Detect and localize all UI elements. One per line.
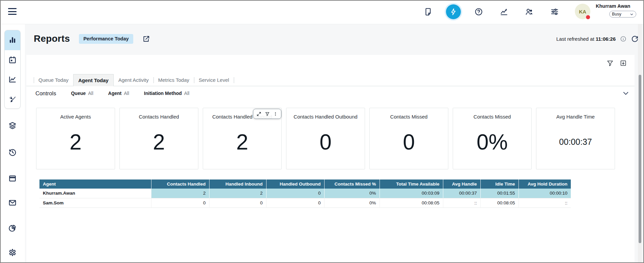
metric-cell: 00:08:05	[380, 198, 443, 207]
table-row-khurram-awan[interactable]: Khurram.Awan2200%00:03:0900:00:3700:01:5…	[39, 189, 571, 198]
status-value: Busy	[612, 12, 621, 17]
last-refreshed-text: Last refreshed at 11:06:26	[556, 36, 616, 42]
kpi-card-value: 2	[236, 120, 248, 169]
controls-collapse-chevron-icon[interactable]	[622, 90, 629, 97]
metric-cell: 0	[151, 198, 209, 207]
metric-cell: 00:08:05	[480, 198, 519, 207]
tab-agent-today[interactable]: Agent Today	[73, 74, 114, 86]
kpi-card-title: Contacts Missed	[474, 114, 511, 120]
sidebar	[0, 24, 25, 263]
calendar-icon	[8, 56, 17, 64]
help-icon[interactable]	[470, 3, 487, 21]
filter-queue[interactable]: QueueAll	[71, 91, 93, 96]
sidebar-item-settings[interactable]	[8, 248, 17, 257]
tab-queue-today[interactable]: Queue Today	[34, 74, 73, 86]
column-header-avg-handle[interactable]: Avg Handle	[443, 179, 480, 189]
filter-icon[interactable]	[607, 60, 614, 67]
sidebar-item-history[interactable]	[8, 148, 17, 157]
history-icon	[8, 148, 17, 157]
agent-name-cell: Sam.Som	[39, 198, 151, 207]
card-hover-toolbar	[253, 109, 281, 119]
quick-connects-icon[interactable]	[445, 3, 462, 21]
kpi-card-title: Contacts Handled	[139, 114, 179, 120]
kebab-menu-icon[interactable]	[273, 111, 278, 117]
kpi-card-contacts-handled-1: Contacts Handled2	[119, 108, 198, 169]
column-header-avg-hold-duration[interactable]: Avg Hold Duration	[519, 179, 571, 189]
external-link-icon[interactable]	[142, 35, 150, 43]
hamburger-menu-icon[interactable]	[8, 8, 17, 15]
agent-table-wrap: AgentContacts HandledHandled InboundHand…	[39, 179, 571, 208]
sidebar-item-window[interactable]	[8, 174, 17, 183]
metric-cell: 0	[209, 198, 266, 207]
user-name: Khurram Awan	[596, 3, 630, 9]
avatar[interactable]: KA	[575, 4, 590, 19]
sidebar-item-calendar[interactable]	[5, 50, 20, 70]
avatar-initials: KA	[579, 9, 586, 14]
kpi-card-title: Active Agents	[60, 114, 91, 120]
controls-label: Controls	[35, 90, 56, 97]
column-header-agent[interactable]: Agent	[39, 179, 151, 189]
kpi-card-contacts-missed-4: Contacts Missed0	[369, 108, 448, 169]
agent-table: AgentContacts HandledHandled InboundHand…	[39, 179, 571, 208]
sidebar-item-metrics[interactable]	[5, 70, 20, 90]
status-select[interactable]: Busy	[609, 11, 636, 18]
sidebar-item-layers[interactable]	[8, 121, 17, 130]
kpi-card-value: 00:00:37	[559, 120, 592, 169]
sidebar-item-customize[interactable]	[5, 90, 20, 109]
last-refreshed-time: 11:06:26	[596, 36, 616, 42]
kpi-card-value: 0%	[477, 120, 508, 169]
kpi-card-avg-handle-time-6: Avg Handle Time00:00:37	[536, 108, 615, 169]
pie-chart-icon	[8, 224, 17, 232]
sidebar-item-dashboards[interactable]	[8, 224, 17, 232]
layers-icon	[8, 121, 17, 130]
browser-window-icon	[8, 174, 17, 183]
scrollbar-track[interactable]	[638, 24, 642, 262]
kpi-card-value: 0	[403, 120, 415, 169]
column-header-contacts-missed-pct[interactable]: Contacts Missed %	[324, 179, 380, 189]
kpi-card-contacts-handled-outbound-3: Contacts Handled Outbound0	[286, 108, 365, 169]
tab-metrics-today[interactable]: Metrics Today	[153, 74, 194, 86]
metric-cell: 0	[266, 189, 324, 198]
sidebar-item-mail[interactable]	[8, 198, 17, 207]
agents-icon[interactable]	[521, 3, 538, 21]
page-header: Reports Performance Today	[34, 33, 150, 44]
table-row-sam-som[interactable]: Sam.Som0000%00:08:05::00:08:05::	[39, 198, 571, 207]
scrollbar-thumb[interactable]	[639, 75, 641, 243]
notes-icon[interactable]	[419, 3, 437, 21]
filter-icon[interactable]	[265, 111, 270, 117]
column-header-handled-outbound[interactable]: Handled Outbound	[266, 179, 324, 189]
metric-cell: ::	[519, 198, 571, 207]
line-chart-icon	[8, 75, 17, 84]
sidebar-nav-card	[4, 30, 21, 109]
kpi-card-contacts-missed-5: Contacts Missed0%	[453, 108, 532, 169]
kpi-card-active-agents-0: Active Agents2	[36, 108, 115, 169]
kpi-card-title: Contacts Missed	[390, 114, 428, 120]
tab-service-level[interactable]: Service Level	[194, 74, 234, 86]
download-icon[interactable]	[620, 60, 627, 67]
info-icon[interactable]	[620, 36, 626, 42]
metric-cell: 0	[266, 198, 324, 207]
report-badge[interactable]: Performance Today	[79, 34, 133, 44]
column-header-contacts-handled[interactable]: Contacts Handled	[151, 179, 209, 189]
kpi-card-value: 2	[153, 120, 165, 169]
tab-agent-activity[interactable]: Agent Activity	[114, 74, 153, 86]
settings-sliders-icon[interactable]	[546, 3, 563, 21]
filter-initiation-method[interactable]: Initiation MethodAll	[144, 91, 190, 96]
filter-agent[interactable]: AgentAll	[108, 91, 129, 96]
sidebar-item-reports[interactable]	[5, 30, 20, 50]
refresh-icon[interactable]	[631, 35, 639, 43]
metrics-icon[interactable]	[495, 3, 513, 21]
topbar-icon-group	[419, 3, 563, 21]
column-header-handled-inbound[interactable]: Handled Inbound	[209, 179, 266, 189]
brush-icon	[8, 95, 17, 104]
metric-cell: 2	[209, 189, 266, 198]
kpi-cards: Active Agents2Contacts Handled2Contacts …	[36, 108, 615, 169]
metric-cell: 0%	[324, 198, 380, 207]
kpi-card-title: Avg Handle Time	[556, 114, 595, 120]
control-filters: QueueAllAgentAllInitiation MethodAll	[71, 91, 189, 96]
last-refreshed-label: Last refreshed at	[556, 36, 594, 42]
column-header-total-time-available[interactable]: Total Time Available	[380, 179, 443, 189]
bar-chart-icon	[8, 36, 17, 44]
column-header-idle-time[interactable]: Idle Time	[480, 179, 519, 189]
expand-icon[interactable]	[256, 111, 261, 117]
